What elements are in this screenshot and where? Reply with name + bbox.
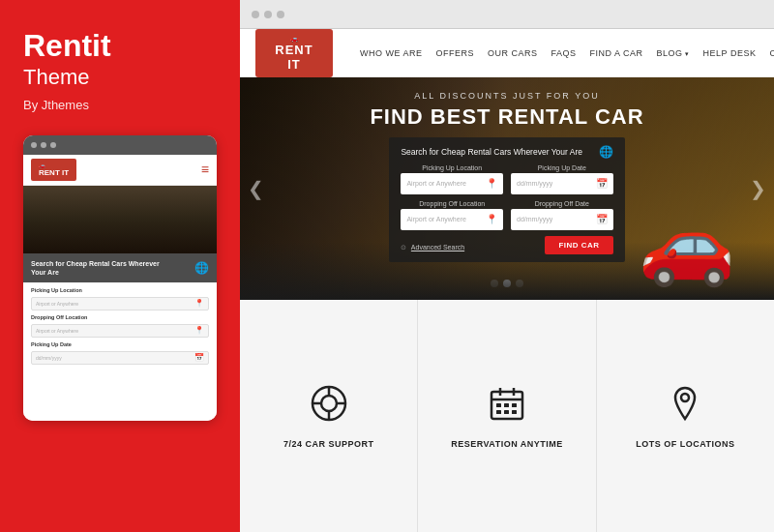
search-form: Search for Cheap Rental Cars Wherever Yo… (389, 137, 624, 262)
dropping-off-location-field: Dropping Off Location Airport or Anywher… (401, 200, 503, 230)
nav-help-desk[interactable]: HELP DESK (703, 48, 757, 58)
site-nav: WHO WE ARE OFFERS OUR CARS FAQS FIND A C… (360, 48, 774, 58)
nav-find-a-car[interactable]: FIND A CAR (590, 48, 643, 58)
site-header: 🚗 RENT IT WHO WE ARE OFFERS OUR CARS FAQ… (240, 29, 774, 77)
dropping-off-date-icon: 📅 (596, 214, 608, 224)
find-car-button[interactable]: FIND CAR (545, 236, 612, 254)
svg-rect-13 (496, 410, 501, 414)
picking-up-location-icon: 📍 (486, 178, 497, 189)
svg-rect-15 (512, 410, 517, 414)
mobile-hero (23, 186, 217, 253)
dropping-off-date-placeholder: dd/mm/yyyy (517, 216, 552, 222)
dropping-off-location-input[interactable]: Airport or Anywhere 📍 (401, 209, 503, 230)
mobile-header: 🚗 RENT IT ≡ (23, 155, 217, 186)
mobile-logo-box: 🚗 RENT IT (31, 159, 76, 181)
nav-contact[interactable]: CONTACT (769, 48, 774, 58)
browser-chrome (240, 0, 774, 29)
picking-up-date-field: Picking Up Date dd/mm/yyyy 📅 (511, 164, 613, 194)
advanced-search-link[interactable]: ⊙ Advanced Search (401, 236, 464, 253)
right-panel: 🚗 RENT IT WHO WE ARE OFFERS OUR CARS FAQ… (240, 0, 774, 532)
dropping-off-date-field: Dropping Off Date dd/mm/yyyy 📅 (511, 200, 613, 230)
search-form-footer: ⊙ Advanced Search FIND CAR (401, 236, 612, 254)
nav-offers[interactable]: OFFERS (436, 48, 475, 58)
svg-rect-14 (504, 410, 509, 414)
picking-up-location-label: Picking Up Location (401, 164, 503, 171)
svg-point-16 (681, 394, 689, 401)
dropping-off-placeholder: Airport or Anywhere (406, 216, 465, 222)
mobile-field-placeholder-1: Airport or Anywhere (36, 301, 78, 307)
mobile-menu-icon[interactable]: ≡ (201, 162, 209, 177)
nav-who-we-are[interactable]: WHO WE ARE (360, 48, 423, 58)
mobile-field-label-3: Picking Up Date (31, 341, 209, 347)
advanced-search-prefix: ⊙ (401, 244, 406, 251)
mobile-dot-3 (50, 142, 56, 148)
search-globe-icon: 🌐 (599, 145, 613, 159)
nav-our-cars[interactable]: OUR CARS (488, 48, 538, 58)
feature-locations: LOTS OF LOCATIONS (597, 300, 774, 532)
mobile-location-icon-2: 📍 (194, 326, 204, 335)
mobile-top-bar (23, 135, 217, 155)
svg-rect-10 (496, 403, 501, 407)
locations-icon (666, 384, 704, 431)
search-form-row-1: Picking Up Location Airport or Anywhere … (401, 164, 612, 194)
mobile-dot-2 (41, 142, 46, 148)
mobile-logo-car-icon: 🚗 (39, 162, 69, 168)
picking-up-date-placeholder: dd/mm/yyyy (517, 180, 552, 187)
mobile-field-label-2: Dropping Off Location (31, 314, 209, 320)
brand-by: By Jthemes (23, 98, 217, 112)
mobile-field-label-1: Picking Up Location (31, 287, 209, 293)
features-section: 7/24 CAR SUPPORT (240, 300, 774, 532)
hero-title: FIND BEST RENTAL CAR (370, 104, 643, 130)
reservation-label: RESERVATION ANYTIME (451, 439, 563, 449)
brand-title: Rentit (23, 29, 217, 63)
feature-reservation: RESERVATION ANYTIME (418, 300, 596, 532)
dropping-off-location-icon: 📍 (486, 214, 497, 224)
browser-dot-1 (252, 11, 259, 18)
svg-point-1 (321, 396, 337, 411)
hero-content: ALL DISCOUNTS JUST FOR YOU FIND BEST REN… (370, 91, 643, 272)
mobile-globe-icon: 🌐 (194, 261, 209, 275)
reservation-icon (488, 384, 526, 431)
hero-car-icon: 🚗 (639, 199, 735, 290)
picking-up-location-input[interactable]: Airport or Anywhere 📍 (401, 173, 503, 194)
hero-section: 🚗 ❮ ❯ ALL DISCOUNTS JUST FOR YOU FIND BE… (240, 77, 774, 300)
mobile-field-input-3[interactable]: dd/mm/yyyy 📅 (31, 351, 209, 365)
search-form-title: Search for Cheap Rental Cars Wherever Yo… (401, 147, 582, 157)
nav-faqs[interactable]: FAQS (551, 48, 577, 58)
advanced-search-label: Advanced Search (411, 244, 464, 251)
browser-dot-2 (264, 11, 272, 18)
picking-up-placeholder: Airport or Anywhere (406, 180, 465, 187)
mobile-logo-text: RENT IT (39, 168, 69, 178)
hero-tagline: ALL DISCOUNTS JUST FOR YOU (370, 91, 643, 101)
mobile-search-title: Search for Cheap Rental Cars Wherever Yo… (31, 259, 173, 277)
mobile-calendar-icon: 📅 (194, 353, 204, 362)
mobile-field-input-2[interactable]: Airport or Anywhere 📍 (31, 324, 209, 338)
mobile-location-icon-1: 📍 (194, 299, 204, 308)
search-form-header: Search for Cheap Rental Cars Wherever Yo… (401, 145, 612, 159)
picking-up-location-field: Picking Up Location Airport or Anywhere … (401, 164, 503, 194)
car-support-icon (310, 384, 348, 431)
mobile-field-placeholder-3: dd/mm/yyyy (36, 355, 62, 361)
mobile-field-placeholder-2: Airport or Anywhere (36, 328, 78, 334)
mobile-mockup: 🚗 RENT IT ≡ Search for Cheap Rental Cars… (23, 135, 217, 421)
hero-prev-button[interactable]: ❮ (248, 177, 264, 200)
left-panel: Rentit Theme By Jthemes 🚗 RENT IT ≡ Sear… (0, 0, 240, 532)
mobile-dot-1 (31, 142, 37, 148)
browser-dot-3 (277, 11, 284, 18)
svg-rect-12 (512, 403, 517, 407)
mobile-search-bar: Search for Cheap Rental Cars Wherever Yo… (23, 253, 217, 282)
site-logo-car-icon: 🚗 (269, 35, 319, 43)
site-logo-text: RENT IT (269, 43, 319, 72)
picking-up-date-input[interactable]: dd/mm/yyyy 📅 (511, 173, 613, 194)
site-logo-box: 🚗 RENT IT (255, 29, 333, 77)
dropping-off-date-input[interactable]: dd/mm/yyyy 📅 (511, 209, 613, 230)
dropping-off-date-label: Dropping Off Date (511, 200, 613, 207)
svg-rect-11 (504, 403, 509, 407)
brand-subtitle: Theme (23, 65, 217, 90)
mobile-form: Picking Up Location Airport or Anywhere … (23, 282, 217, 421)
nav-blog[interactable]: BLOG (657, 48, 690, 58)
feature-car-support: 7/24 CAR SUPPORT (240, 300, 418, 532)
hero-next-button[interactable]: ❯ (750, 177, 766, 200)
mobile-field-input-1[interactable]: Airport or Anywhere 📍 (31, 297, 209, 310)
picking-up-date-icon: 📅 (596, 178, 608, 189)
